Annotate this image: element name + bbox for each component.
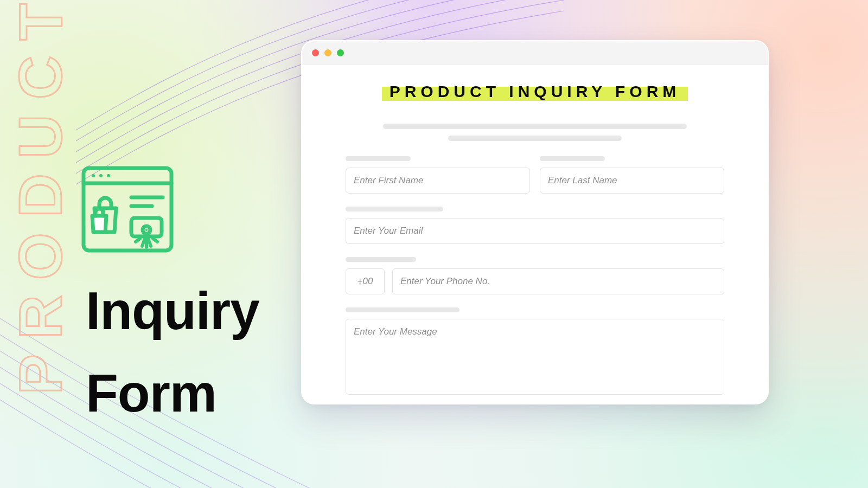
svg-point-9 [145, 229, 148, 231]
window-maximize-icon[interactable] [337, 49, 344, 56]
page-title-line-2: Form [86, 352, 259, 435]
form-window: PRODUCT INQUIRY FORM [301, 40, 769, 404]
message-textarea[interactable] [346, 319, 724, 395]
svg-point-4 [107, 174, 110, 177]
window-minimize-icon[interactable] [324, 49, 331, 56]
window-titlebar [302, 41, 768, 65]
phone-number-input[interactable] [392, 268, 724, 294]
form-heading: PRODUCT INQUIRY FORM [382, 81, 688, 101]
phone-label-skeleton [346, 257, 416, 262]
first-name-input[interactable] [346, 168, 530, 194]
email-input[interactable] [346, 218, 724, 244]
page-title: Inquiry Form [86, 270, 259, 435]
subtitle-skeleton-1 [383, 124, 687, 129]
page-title-line-1: Inquiry [86, 270, 259, 352]
last-name-input[interactable] [540, 168, 724, 194]
first-name-label-skeleton [346, 156, 411, 161]
svg-point-2 [92, 174, 95, 177]
last-name-label-skeleton [540, 156, 605, 161]
subtitle-skeleton-2 [448, 136, 622, 141]
message-label-skeleton [346, 307, 459, 312]
svg-point-3 [99, 174, 103, 177]
window-close-icon[interactable] [312, 49, 319, 56]
email-label-skeleton [346, 207, 443, 211]
phone-country-code-input[interactable] [346, 268, 385, 294]
vertical-product-text: PRODUCT [5, 0, 75, 395]
shopping-browser-icon [81, 166, 174, 253]
